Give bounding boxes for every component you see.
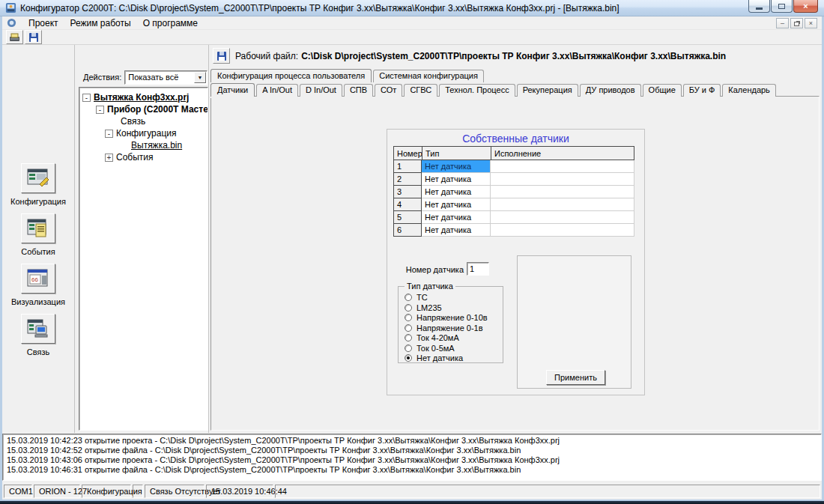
table-row[interactable]: 4 Нет датчика [393, 198, 634, 211]
selected-cell[interactable]: Нет датчика [422, 160, 491, 173]
menu-mode[interactable]: Режим работы [64, 17, 137, 29]
minimize-icon [756, 7, 763, 10]
main-panel: Рабочий файл: C:\Disk D\project\System_C… [208, 45, 822, 433]
table-header-row: Номер Тип Исполнение [393, 146, 634, 160]
tab-sensors[interactable]: Датчики [210, 83, 255, 97]
actions-dropdown-value: Показать всё [128, 73, 178, 82]
radio-voltage-0-10[interactable]: Напряжение 0-10в [405, 313, 503, 322]
tab-tech-process[interactable]: Технол. Процесс [439, 84, 515, 97]
tree-node-link[interactable]: Связь [81, 115, 206, 127]
shortcut-label-visualization: Визуализация [11, 297, 65, 306]
link-shortcut-button[interactable] [21, 314, 55, 344]
tree-node-configuration[interactable]: - Конфигурация [81, 127, 206, 139]
radio-icon[interactable] [405, 304, 412, 312]
expand-icon[interactable]: + [105, 154, 113, 162]
collapse-icon[interactable]: - [82, 94, 91, 102]
window-title: Конфигуратор С2000Т: C:\Disk D\project\S… [20, 3, 619, 13]
radio-selected-icon[interactable] [405, 354, 412, 362]
menu-bar: Проект Режим работы О программе – × [2, 16, 822, 30]
tab-a-in-out[interactable]: A In/Out [256, 84, 298, 97]
radio-icon[interactable] [405, 314, 412, 321]
mdi-child-icon [7, 18, 16, 28]
status-spacer [133, 485, 143, 498]
project-tree: - Вытяжка Конф3хх.prj - Прибор (С2000Т М… [79, 87, 208, 431]
workfile-label: Рабочий файл: [235, 51, 298, 61]
table-row[interactable]: 5 Нет датчика [393, 211, 634, 224]
workspace: Конфигурация События [2, 45, 822, 433]
tab-bu-f[interactable]: БУ и Ф [683, 84, 721, 97]
menu-about[interactable]: О программе [137, 17, 204, 29]
main-toolbar [2, 30, 822, 45]
open-project-button[interactable] [6, 30, 23, 44]
chevron-down-icon[interactable]: ▼ [194, 72, 206, 83]
collapse-icon[interactable]: - [96, 106, 104, 114]
table-row[interactable]: 2 Нет датчика [393, 173, 634, 186]
radio-no-sensor[interactable]: Нет датчика [405, 353, 503, 362]
save-button[interactable] [25, 30, 42, 44]
maximize-button[interactable] [771, 0, 793, 13]
table-row[interactable]: 6 Нет датчика [393, 224, 634, 237]
tab-spv[interactable]: СПВ [344, 84, 373, 97]
mdi-minimize-button[interactable]: – [776, 18, 789, 28]
radio-icon[interactable] [405, 324, 412, 332]
link-icon [26, 318, 50, 339]
shortcut-label-configuration: Конфигурация [10, 197, 66, 206]
event-log[interactable]: 15.03.2019 10:42:23 открытие проекта - C… [2, 434, 822, 481]
actions-label: Действия: [83, 73, 121, 82]
radio-tc[interactable]: ТС [405, 293, 503, 302]
mdi-restore-button[interactable] [790, 18, 803, 28]
tree-node-project[interactable]: - Вытяжка Конф3хх.prj [81, 91, 206, 103]
app-window: Конфигуратор С2000Т: C:\Disk D\project\S… [0, 0, 824, 504]
tab-content: Собственные датчики Номер Тип Исполнение… [210, 96, 820, 431]
project-tree-panel: Действия: Показать всё ▼ - Вытяжка Конф3… [77, 45, 210, 433]
radio-lm235[interactable]: LM235 [405, 303, 503, 312]
tab-general[interactable]: Общие [643, 84, 682, 97]
status-com-port: COM1 [4, 485, 32, 498]
visualization-shortcut-button[interactable]: 66 [21, 264, 55, 294]
collapse-icon[interactable]: - [105, 130, 113, 138]
tab-du-drives[interactable]: ДУ приводов [580, 84, 641, 97]
tab-recuperation[interactable]: Рекуперация [517, 84, 578, 97]
tree-node-events[interactable]: + События [81, 151, 206, 163]
workfile-row: Рабочий файл: C:\Disk D\project\System_C… [209, 45, 822, 67]
radio-icon[interactable] [405, 294, 412, 301]
minimize-button[interactable] [748, 0, 770, 13]
table-row[interactable]: 3 Нет датчика [393, 186, 634, 198]
table-row[interactable]: 1 Нет датчика [393, 160, 634, 173]
tab-sot[interactable]: СОт [375, 84, 402, 97]
own-sensors-title: Собственные датчики [387, 133, 644, 145]
events-shortcut-button[interactable] [21, 213, 55, 243]
sensor-type-legend: Тип датчика [405, 282, 455, 291]
close-button[interactable]: × [793, 0, 818, 13]
mdi-close-button[interactable]: × [805, 18, 817, 28]
tree-node-device[interactable]: - Прибор (С2000Т Мастер) [81, 103, 206, 115]
status-protocol: ORION - 127 [34, 485, 80, 498]
tab-sgvs[interactable]: СГВС [404, 84, 437, 97]
log-line: 15.03.2019 10:43:06 открытие проекта - C… [7, 455, 820, 465]
apply-panel: Применить [517, 255, 631, 389]
radio-icon[interactable] [405, 344, 412, 352]
radio-icon[interactable] [405, 334, 412, 341]
sensor-number-label: Номер датчика [387, 265, 464, 274]
shortcut-label-link: Связь [27, 347, 49, 356]
radio-voltage-0-1[interactable]: Напряжение 0-1в [405, 324, 503, 333]
tab-user-process-config[interactable]: Конфигурация процесса пользователя [210, 69, 372, 82]
tree-node-file[interactable]: Вытяжка.bin [81, 139, 206, 151]
apply-button[interactable]: Применить [546, 370, 605, 385]
status-mode: Конфигурация [82, 485, 131, 498]
menu-project[interactable]: Проект [22, 17, 64, 29]
radio-current-4-20[interactable]: Ток 4-20мА [405, 333, 503, 342]
column-header-number: Номер [393, 146, 422, 160]
configuration-shortcut-button[interactable] [21, 163, 55, 193]
shortcut-label-events: События [21, 247, 55, 256]
sensor-type-group: Тип датчика ТС LM235 [398, 286, 503, 363]
sensor-number-input[interactable] [467, 262, 489, 276]
tab-d-in-out[interactable]: D In/Out [300, 84, 342, 97]
actions-dropdown[interactable]: Показать всё ▼ [124, 70, 207, 85]
title-bar: Конфигуратор С2000Т: C:\Disk D\project\S… [0, 0, 824, 16]
tab-system-config[interactable]: Системная конфигурация [373, 70, 484, 82]
save-icon [216, 51, 227, 61]
radio-current-0-5[interactable]: Ток 0-5мА [405, 344, 503, 353]
tab-calendar[interactable]: Календарь [722, 84, 776, 97]
save-workfile-button[interactable] [213, 48, 230, 64]
